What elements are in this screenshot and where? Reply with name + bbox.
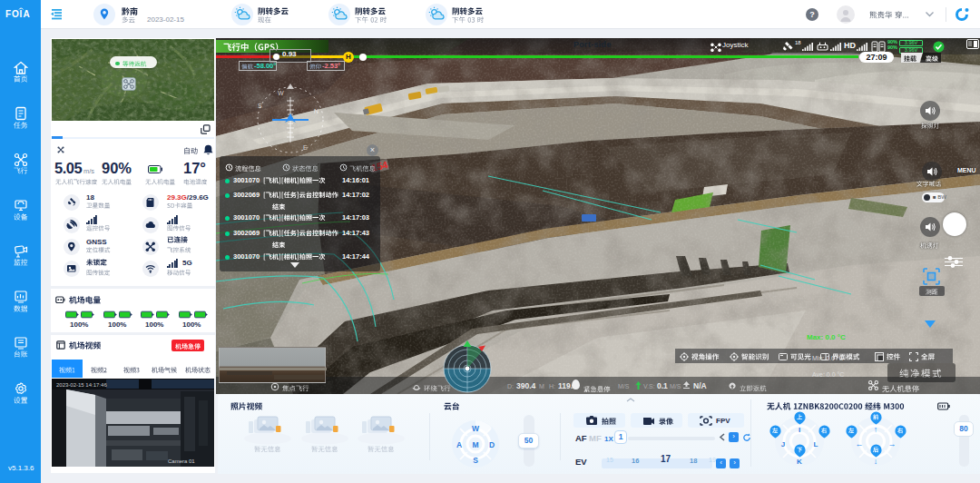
svg-text:A: A: [24, 9, 30, 19]
svg-text:2023-02-15 14:17:46: 2023-02-15 14:17:46: [56, 382, 107, 388]
svg-text:N: N: [314, 108, 318, 114]
svg-text:F: F: [5, 9, 11, 19]
svg-text:O: O: [12, 9, 19, 19]
svg-text:Camera 01: Camera 01: [168, 458, 195, 464]
svg-text:S: S: [258, 103, 262, 109]
svg-text:I: I: [20, 9, 23, 19]
svg-text:E: E: [303, 144, 308, 151]
svg-text:W: W: [278, 90, 284, 96]
